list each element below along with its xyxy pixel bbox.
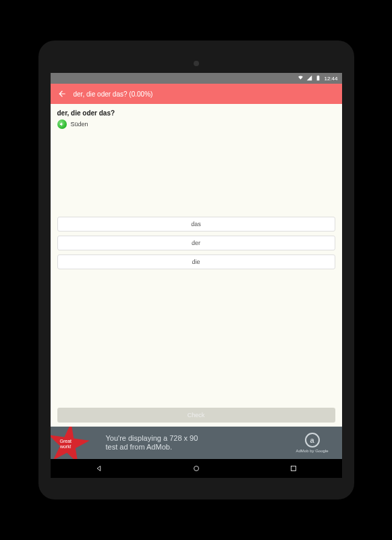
tablet-frame: 12:44 der, die oder das? (0.00%) der, di… — [38, 40, 354, 500]
option-button[interactable]: das — [57, 217, 335, 232]
speaker-icon — [59, 122, 65, 127]
word-row: Süden — [57, 119, 335, 129]
answer-options: das der die — [57, 217, 335, 269]
svg-point-0 — [194, 466, 198, 471]
svg-rect-1 — [291, 466, 296, 471]
ad-text: You're displaying a 728 x 90test ad from… — [102, 434, 288, 452]
check-button[interactable]: Check — [57, 408, 335, 423]
question-text: der, die oder das? — [57, 109, 335, 117]
ad-brand: a AdMob by Google — [288, 433, 342, 453]
app-header: der, die oder das? (0.00%) — [51, 84, 342, 104]
header-title: der, die oder das? (0.00%) — [74, 90, 153, 98]
nav-back-button[interactable] — [86, 462, 113, 475]
play-audio-button[interactable] — [57, 119, 67, 129]
back-button[interactable] — [57, 89, 67, 99]
main-content: der, die oder das? Süden das der die Che… — [51, 104, 342, 427]
word-label: Süden — [71, 121, 88, 128]
option-button[interactable]: der — [57, 236, 335, 250]
nav-home-button[interactable] — [183, 462, 210, 475]
ad-star: Greatwork! — [51, 427, 102, 459]
screen: 12:44 der, die oder das? (0.00%) der, di… — [51, 73, 342, 478]
option-button[interactable]: die — [57, 254, 335, 269]
front-camera — [194, 61, 199, 66]
clock-text: 12:44 — [324, 76, 337, 82]
nav-bar — [51, 459, 342, 478]
battery-icon — [315, 75, 321, 82]
ad-banner[interactable]: Greatwork! You're displaying a 728 x 90t… — [51, 427, 342, 459]
status-bar: 12:44 — [51, 73, 342, 84]
nav-recent-button[interactable] — [280, 462, 307, 475]
arrow-left-icon — [57, 89, 67, 99]
wifi-icon — [298, 75, 304, 82]
signal-icon — [306, 75, 312, 82]
admob-icon: a — [305, 433, 320, 448]
